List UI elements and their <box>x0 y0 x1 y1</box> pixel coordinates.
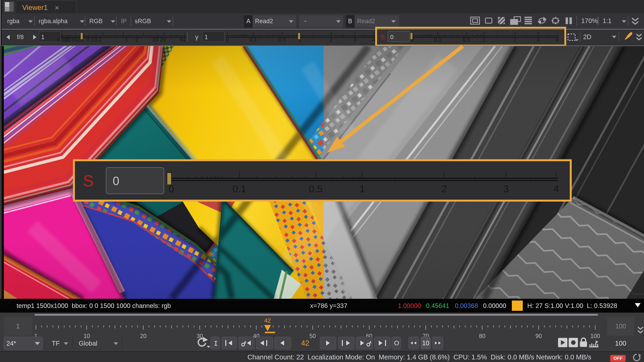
svg-text:42: 42 <box>301 339 309 347</box>
svg-text:1: 1 <box>360 183 365 194</box>
svg-text:2: 2 <box>442 183 447 194</box>
svg-text:3: 3 <box>504 183 509 194</box>
svg-text:4: 4 <box>554 183 559 194</box>
svg-text:0.1: 0.1 <box>232 183 246 194</box>
svg-text:0.5: 0.5 <box>309 183 323 194</box>
svg-text:0: 0 <box>168 183 174 194</box>
svg-text:42: 42 <box>264 317 271 324</box>
svg-text:S: S <box>83 172 94 190</box>
svg-text:100: 100 <box>615 340 626 347</box>
svg-text:O: O <box>394 340 399 347</box>
svg-text:10: 10 <box>422 340 430 347</box>
svg-text:I: I <box>214 340 218 348</box>
svg-text:0: 0 <box>113 174 119 188</box>
